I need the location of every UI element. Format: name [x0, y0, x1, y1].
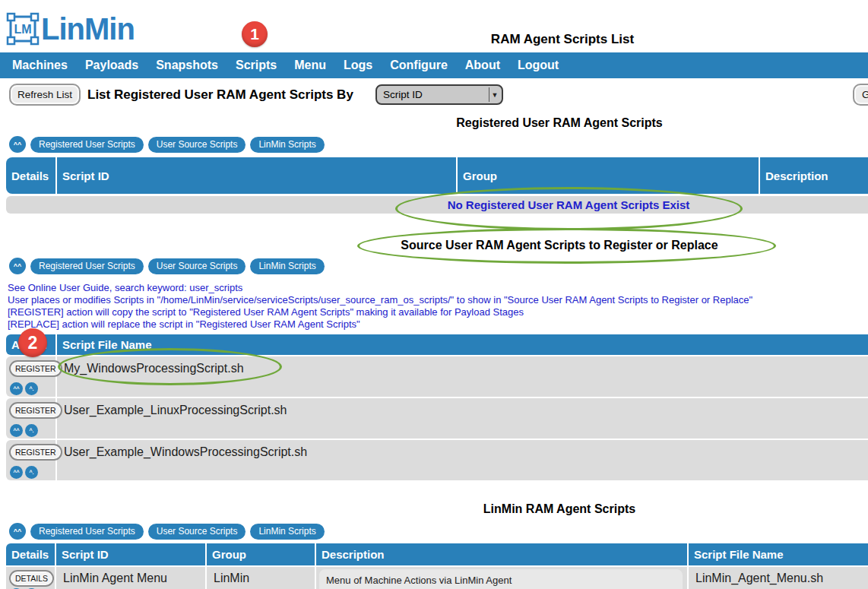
help-line: User places or modifies Scripts in "/hom…: [8, 294, 752, 306]
up-top-icon[interactable]: ^^: [10, 382, 23, 395]
list-by-select[interactable]: Script ID ▼: [375, 84, 503, 105]
script-file-name-cell: LinMin_Agent_Menu.sh: [689, 567, 868, 589]
script-file-name: User_Example_LinuxProcessingScript.sh: [57, 398, 868, 439]
up-icon[interactable]: ^.: [25, 466, 38, 479]
registered-table-header: Details Script ID Group Description: [6, 157, 868, 194]
col-group: Group: [458, 157, 759, 194]
source-section-heading: Source User RAM Agent Scripts to Registe…: [0, 239, 868, 252]
user-source-scripts-button[interactable]: User Source Scripts: [148, 524, 246, 540]
help-line: [REPLACE] action will replace the script…: [8, 318, 752, 331]
col-details: Details: [6, 543, 55, 565]
table-row: REGISTER ^^ ^. My_WindowsProcessingScrip…: [6, 356, 868, 397]
page: LM LinMin 1 RAM Agent Scripts List Machi…: [0, 0, 868, 589]
details-cell: DETAILS ^^ ^.: [6, 567, 55, 589]
help-line: [REGISTER] action will copy the script t…: [8, 306, 752, 318]
linmin-scripts-button[interactable]: LinMin Scripts: [250, 524, 324, 540]
details-button[interactable]: DETAILS: [9, 570, 54, 587]
register-button[interactable]: REGISTER: [9, 444, 62, 461]
chevron-down-icon: ▼: [489, 87, 500, 102]
refresh-list-button[interactable]: Refresh List: [9, 84, 81, 106]
nav-snapshots[interactable]: Snapshots: [156, 59, 218, 72]
annotation-badge-2: 2: [18, 328, 47, 357]
linmin-section-heading: LinMin RAM Agent Scripts: [0, 502, 868, 516]
up-icon[interactable]: ^.: [25, 382, 38, 395]
linmin-scripts-button[interactable]: LinMin Scripts: [250, 258, 324, 274]
script-file-name: My_WindowsProcessingScript.sh: [57, 356, 868, 397]
nav-configure[interactable]: Configure: [390, 59, 448, 72]
scroll-top-button[interactable]: ^^: [9, 258, 26, 274]
table-row: REGISTER ^^ ^. User_Example_LinuxProcess…: [6, 398, 868, 439]
nav-logout[interactable]: Logout: [518, 59, 559, 72]
list-by-select-value: Script ID: [383, 89, 423, 100]
main-navbar: Machines Payloads Snapshots Scripts Menu…: [0, 52, 868, 78]
script-file-name: User_Example_WindowsProcessingScript.sh: [57, 440, 868, 480]
table-row: REGISTER ^^ ^. User_Example_WindowsProce…: [6, 440, 868, 480]
list-by-label: List Registered User RAM Agent Scripts B…: [87, 87, 353, 103]
col-script-file-name: Script File Name: [689, 543, 868, 565]
nav-menu[interactable]: Menu: [294, 59, 326, 72]
up-icon[interactable]: ^.: [25, 424, 38, 437]
help-line: See Online User Guide, search keyword: u…: [8, 282, 752, 294]
go-button[interactable]: Go: [853, 84, 868, 106]
user-source-scripts-button[interactable]: User Source Scripts: [148, 137, 246, 153]
description-textarea[interactable]: Menu of Machine Actions via LinMin Agent: [319, 569, 683, 589]
group-cell: LinMin: [207, 567, 315, 589]
registered-user-scripts-button[interactable]: Registered User Scripts: [30, 137, 144, 153]
table-row: DETAILS ^^ ^. LinMin Agent Menu LinMin M…: [6, 567, 868, 589]
scroll-top-button[interactable]: ^^: [9, 136, 26, 153]
registered-user-scripts-button[interactable]: Registered User Scripts: [30, 258, 144, 274]
col-description: Description: [760, 157, 868, 194]
col-script-file-name: Script File Name: [57, 334, 868, 355]
registered-user-scripts-button[interactable]: Registered User Scripts: [30, 524, 144, 540]
col-script-id: Script ID: [57, 157, 456, 194]
quick-nav-row-3: ^^ Registered User Scripts User Source S…: [9, 523, 325, 540]
register-button[interactable]: REGISTER: [9, 360, 62, 377]
nav-scripts[interactable]: Scripts: [236, 59, 277, 72]
action-cell: REGISTER ^^ ^.: [6, 398, 55, 439]
col-details: Details: [6, 157, 55, 194]
page-title: RAM Agent Scripts List: [0, 32, 868, 47]
up-top-icon[interactable]: ^^: [10, 424, 23, 437]
quick-nav-row-1: ^^ Registered User Scripts User Source S…: [9, 136, 325, 153]
scroll-top-button[interactable]: ^^: [9, 523, 26, 540]
user-source-scripts-button[interactable]: User Source Scripts: [148, 258, 246, 274]
description-cell: Menu of Machine Actions via LinMin Agent: [316, 567, 687, 589]
col-description: Description: [316, 543, 687, 565]
empty-registered-message: No Registered User RAM Agent Scripts Exi…: [448, 198, 690, 211]
source-table-header: Action Script File Name: [6, 334, 868, 355]
quick-nav-row-2: ^^ Registered User Scripts User Source S…: [9, 258, 325, 274]
up-top-icon[interactable]: ^^: [10, 466, 23, 479]
register-button[interactable]: REGISTER: [9, 402, 62, 419]
linmin-scripts-button[interactable]: LinMin Scripts: [250, 137, 324, 153]
nav-about[interactable]: About: [465, 59, 500, 72]
col-script-id: Script ID: [56, 543, 205, 565]
registered-section-heading: Registered User RAM Agent Scripts: [0, 116, 868, 130]
nav-payloads[interactable]: Payloads: [85, 59, 138, 72]
nav-machines[interactable]: Machines: [12, 59, 68, 72]
action-cell: REGISTER ^^ ^.: [6, 356, 55, 397]
help-text-block: See Online User Guide, search keyword: u…: [8, 282, 752, 331]
col-group: Group: [207, 543, 315, 565]
nav-logs[interactable]: Logs: [344, 59, 372, 72]
action-cell: REGISTER ^^ ^.: [6, 440, 55, 480]
script-id-cell: LinMin Agent Menu: [56, 567, 205, 589]
empty-registered-row: No Registered User RAM Agent Scripts Exi…: [6, 196, 868, 214]
linmin-table-header: Details Script ID Group Description Scri…: [6, 543, 868, 565]
